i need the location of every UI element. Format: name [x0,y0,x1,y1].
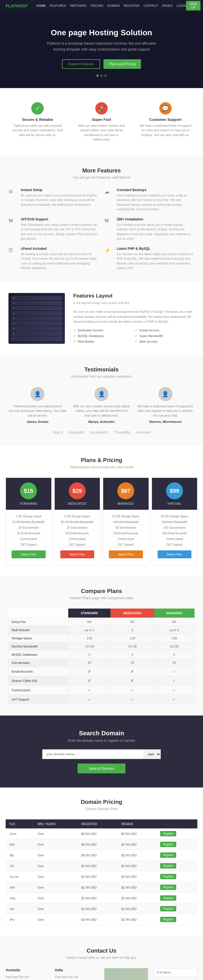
dp-cell-6-0: .Org [6,893,34,904]
fl-subtitle: A left aligned image and content with ti… [73,301,195,306]
australia-name: Flat Host Pty Ltd [6,974,49,980]
dp-register-btn-6[interactable]: Register [157,893,197,904]
select-plan-dedicated[interactable]: Select Plan [60,550,94,558]
plan-managed: $67 MANAGED 10 GB Storage Space Unlimite… [103,477,149,565]
test-name-0: James, Envato [8,420,67,423]
compare-cell-5-1: 25 [68,659,111,667]
brand-1: backupify [69,430,84,434]
search-domain-section: Search Domain Enter the domain name to r… [0,716,203,788]
brand-3: Threadflip [114,430,130,434]
dp-cell-2-0: .Biz [6,850,34,861]
contact-fullname-input[interactable] [154,968,197,977]
dp-cell-2-2: $0.99 USD [78,850,118,861]
test-name-2: Stevens, Microheaven [136,420,195,423]
register-button-1[interactable]: Register [160,842,176,847]
dp-register-btn-7[interactable]: Register [157,904,197,914]
compare-cell-4-0: MySQL Databases [9,651,68,659]
plans-pricing-button[interactable]: Plans and Pricing [103,59,141,69]
signup-button[interactable]: SIGN UP [186,1,200,10]
dp-cell-3-1: One [34,861,78,871]
register-button-8[interactable]: Register [160,917,176,922]
testimonials-title: Testimonials [8,366,195,373]
select-plan-managed[interactable]: Select Plan [109,550,143,558]
hero-dots [6,75,197,77]
plan-price-3: $99 [166,482,183,499]
register-button-0[interactable]: Register [160,831,176,836]
register-button-6[interactable]: Register [160,895,176,901]
register-button-2[interactable]: Register [160,853,176,858]
dp-cell-6-2: $2.99 USD [78,893,118,904]
nav-home[interactable]: Home [36,4,46,7]
india-name: Flat Host Pty Ltd [55,974,99,980]
register-button-5[interactable]: Register [160,885,176,890]
compare-cell-8-0: Control panel [9,686,68,695]
compare-cell-9-1: ✓ [68,695,111,704]
plan-standard: $15 STANDARD 1 GB Storage Space 10 GB Mo… [6,477,52,565]
brand-4: resonate [136,430,150,434]
more-features-title: More Features [8,167,195,174]
compare-cell-8-2: ✓ [111,686,154,695]
compare-cell-7-1: ✗ [68,676,111,686]
dp-register-btn-0[interactable]: Register [157,829,197,839]
dp-cell-5-3: $2.99 USD [118,882,157,893]
dp-register-btn-8[interactable]: Register [157,914,197,925]
compare-cell-0-0: Setup Fee [9,618,68,626]
dp-register-btn-3[interactable]: Register [157,861,197,871]
brand-0: Snip.it [53,430,63,434]
mf-title-4: cPanel Included [21,247,99,251]
register-button-4[interactable]: Register [160,874,176,879]
nav-pages[interactable]: Pages [162,4,173,7]
dp-cell-4-3: $2.99 USD [118,871,157,882]
fast-text: With our ultra modern servers and optica… [75,123,128,142]
hero-section: One page Hosting Solution Flathost is a … [0,11,203,88]
dp-register-btn-4[interactable]: Register [157,871,197,882]
nav-pricing[interactable]: Pricing [90,4,103,7]
nav-contact[interactable]: Contact [144,4,158,7]
domain-tld-select[interactable]: .com .net .org [144,749,161,759]
dp-register-btn-1[interactable]: Register [157,839,197,850]
secure-title: Secure & Reliable [11,118,64,122]
compare-cell-5-3: 25 [154,659,195,667]
testimonial-1: 👤 With our ultra modern servers and opti… [73,387,131,424]
nav-features[interactable]: Features [50,4,66,7]
register-button-7[interactable]: Register [160,906,176,912]
dot-1 [97,75,99,77]
compare-cell-1-0: Multi Domain [9,626,68,634]
contact-email-input[interactable] [154,979,197,980]
compare-cell-4-1: 5 [68,651,111,659]
dp-register-btn-5[interactable]: Register [157,882,197,893]
dp-register-btn-2[interactable]: Register [157,850,197,861]
explore-features-button[interactable]: Explore Features [62,59,100,69]
nav-register[interactable]: Register [124,4,139,7]
fl-list-item-5: ✓ Web Security [135,340,195,344]
nav-domain[interactable]: Domain [107,4,119,7]
more-features-subtitle: You will get lot of features with flatho… [8,175,195,180]
nav-links: Home Features Partners Pricing Domain Re… [36,4,186,7]
nav-login[interactable]: Login [176,4,186,7]
contact-section: Contact Us Keep in touch with us, we are… [0,936,203,980]
avatar-0: 👤 [30,387,44,401]
select-plan-virtual[interactable]: Select Plan [158,550,192,558]
compare-header-man: MANAGED [154,609,195,618]
compare-cell-4-3: 2 [154,651,195,659]
select-plan-standard[interactable]: Select Plan [11,550,46,558]
more-features-section: More Features You will get lot of featur… [0,156,203,282]
check-icon-1: ✓ [135,328,138,332]
dp-cell-1-3: $2.99 USD [118,839,157,850]
mf-text-1: Your hosting account is backed up 6 time… [117,193,195,212]
search-domain-button[interactable]: Search Domain [78,764,125,773]
compare-cell-0-2: NA [111,618,154,626]
brand-logo[interactable]: FLATHOST [6,3,28,8]
compare-cell-2-1: 11B [68,634,111,643]
dp-cell-6-1: One [34,893,78,904]
test-text-2: We have a dedicated team of support for … [136,404,195,418]
check-icon-2: ✓ [73,334,76,338]
nav-partners[interactable]: Partners [70,4,87,7]
register-button-3[interactable]: Register [160,863,176,869]
compare-cell-8-1: ✓ [68,686,111,695]
australia-title: Australia [6,968,49,972]
domain-search-input[interactable] [42,749,144,759]
install-icon: W [104,218,113,227]
dp-cell-8-3: $2.99 USD [118,914,157,925]
check-icon-0: ✓ [73,328,76,332]
